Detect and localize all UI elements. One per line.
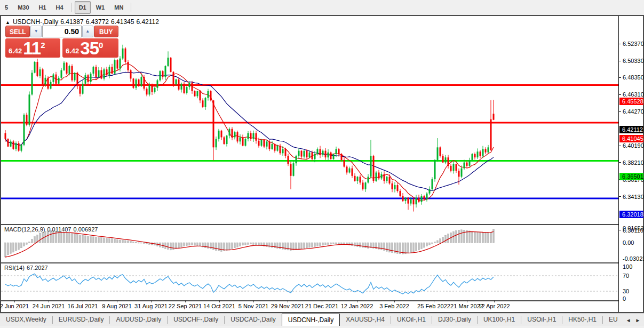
- macd-histogram-bar: [253, 243, 255, 244]
- price-axis-tick: [619, 61, 621, 61]
- time-axis-tick: [117, 300, 117, 302]
- sell-button[interactable]: SELL: [5, 26, 30, 37]
- macd-histogram-bar: [23, 243, 25, 246]
- tab-hk50-h1[interactable]: HK50-,H1: [562, 314, 602, 326]
- macd-histogram-bar: [58, 231, 60, 243]
- candle-body: [434, 160, 436, 179]
- candle-body: [410, 199, 412, 204]
- plot-column: ▲USDCNH-,Daily6.413876.437726.413456.421…: [1, 16, 618, 312]
- timeframe-button-m30[interactable]: M30: [13, 1, 33, 14]
- tab-xauusd-h4[interactable]: XAUUSD-,H4: [340, 314, 391, 326]
- timeframe-button-5[interactable]: 5: [1, 1, 12, 14]
- candle-body: [482, 149, 484, 156]
- tab-usdcnh-daily[interactable]: USDCNH-,Daily: [282, 314, 340, 326]
- timeframe-button-h4[interactable]: H4: [52, 1, 68, 14]
- candle-body: [112, 67, 113, 74]
- candle-body: [39, 69, 41, 76]
- volume-decrease-button[interactable]: ▼: [30, 26, 42, 37]
- macd-pane[interactable]: MACD(12,26,9)0.0114070.006927: [1, 225, 618, 262]
- tab-eu[interactable]: EU: [603, 314, 624, 326]
- price-pane[interactable]: ▲USDCNH-,Daily6.413876.437726.413456.421…: [1, 16, 618, 224]
- time-axis[interactable]: 2 Jun 202124 Jun 202116 Jul 20219 Aug 20…: [1, 301, 618, 312]
- macd-histogram-bar: [66, 233, 68, 243]
- macd-histogram-bar: [298, 243, 300, 249]
- buy-price-big: 35: [80, 39, 99, 57]
- sell-price-big: 11: [23, 39, 41, 57]
- timeframe-button-w1[interactable]: W1: [92, 1, 109, 14]
- candle-body: [93, 67, 94, 74]
- chart-tab-bar: USDX,WeeklyEURUSD-,DailyAUDUSD-,DailyUSD…: [0, 313, 644, 326]
- timeframe-button-h1[interactable]: H1: [35, 1, 51, 14]
- macd-histogram-bar: [322, 243, 324, 245]
- sell-price-button[interactable]: 6.42 11 2: [5, 38, 60, 58]
- ma-fast-line: [5, 63, 494, 200]
- candle-body: [376, 172, 377, 181]
- macd-histogram-bar: [344, 243, 345, 244]
- macd-histogram-bar: [186, 243, 188, 246]
- candle-body: [7, 139, 9, 147]
- candle-body: [82, 84, 84, 94]
- volume-increase-button[interactable]: ▲: [82, 26, 93, 37]
- tab-ukoil-h1[interactable]: UKOil-,H1: [391, 314, 432, 326]
- macd-axis-label: 0.00: [623, 239, 634, 246]
- macd-histogram-bar: [168, 243, 169, 250]
- macd-histogram-bar: [165, 243, 166, 249]
- tab-scroll-right-icon[interactable]: ►: [633, 317, 643, 323]
- timeframe-button-mn[interactable]: MN: [110, 1, 128, 14]
- candle-body: [405, 198, 407, 201]
- tab-usdcad-daily[interactable]: USDCAD-,Daily: [225, 314, 282, 326]
- macd-histogram-bar: [242, 243, 244, 245]
- rsi-line: [5, 274, 494, 294]
- candle-body: [98, 70, 100, 77]
- tab-usdchf-daily[interactable]: USDCHF-,Daily: [168, 314, 224, 326]
- macd-histogram-bar: [320, 243, 321, 246]
- buy-price-button[interactable]: 6.42 35 0: [62, 38, 118, 58]
- macd-histogram-bar: [461, 230, 463, 243]
- candle-body: [389, 177, 391, 183]
- macd-histogram-bar: [493, 229, 495, 243]
- macd-histogram-bar: [240, 243, 241, 246]
- timeframe-button-d1[interactable]: D1: [75, 1, 91, 14]
- macd-histogram-bar: [453, 231, 455, 243]
- candle-body: [189, 83, 190, 87]
- time-axis-label: 21 Dec 2021: [305, 303, 338, 309]
- sell-price-prefix: 6.42: [9, 47, 22, 55]
- candle-body: [341, 154, 343, 160]
- macd-histogram-bar: [101, 238, 102, 243]
- macd-histogram-bar: [29, 242, 30, 243]
- candle-body: [288, 156, 289, 164]
- macd-histogram-bar: [189, 243, 190, 245]
- candle-body: [53, 75, 54, 82]
- tab-usdx-weekly[interactable]: USDX,Weekly: [0, 314, 52, 326]
- buy-button[interactable]: BUY: [94, 26, 118, 37]
- tab-dj30-daily[interactable]: DJ30-,Daily: [432, 314, 477, 326]
- tab-scroll-left-icon[interactable]: ◄: [624, 317, 633, 323]
- candle-body: [274, 144, 276, 151]
- macd-axis-label: 0.01653: [623, 225, 644, 231]
- price-axis[interactable]: 6.523706.503306.483506.463106.442706.401…: [618, 16, 643, 312]
- candle-body: [402, 196, 404, 201]
- macd-histogram-bar: [194, 243, 196, 245]
- tab-uk100-h1[interactable]: UK100-,H1: [478, 314, 521, 326]
- volume-input[interactable]: [42, 26, 82, 37]
- tab-audusd-daily[interactable]: AUDUSD-,Daily: [110, 314, 167, 326]
- time-axis-label: 16 Jul 2021: [68, 303, 98, 309]
- macd-histogram-bar: [325, 243, 327, 245]
- collapse-arrow-icon[interactable]: ▲: [5, 20, 10, 25]
- candle-body: [418, 198, 420, 202]
- candle-body: [109, 67, 110, 75]
- macd-histogram-bar: [125, 241, 126, 243]
- candle-body: [202, 100, 204, 107]
- rsi-pane[interactable]: RSI(14)67.2027: [1, 263, 618, 300]
- candle-body: [469, 160, 471, 166]
- candle-body: [480, 151, 481, 156]
- candle-body: [15, 143, 17, 149]
- toolbar-separator: [131, 3, 131, 12]
- macd-histogram-bar: [317, 243, 319, 246]
- candle-body: [154, 88, 156, 92]
- tab-eurusd-daily[interactable]: EURUSD-,Daily: [53, 314, 110, 326]
- time-axis-label: 22 Sep 2021: [169, 303, 202, 309]
- macd-histogram-bar: [130, 242, 132, 243]
- tab-usoil-h1[interactable]: USOil-,H1: [521, 314, 562, 326]
- rsi-canvas[interactable]: [1, 263, 618, 300]
